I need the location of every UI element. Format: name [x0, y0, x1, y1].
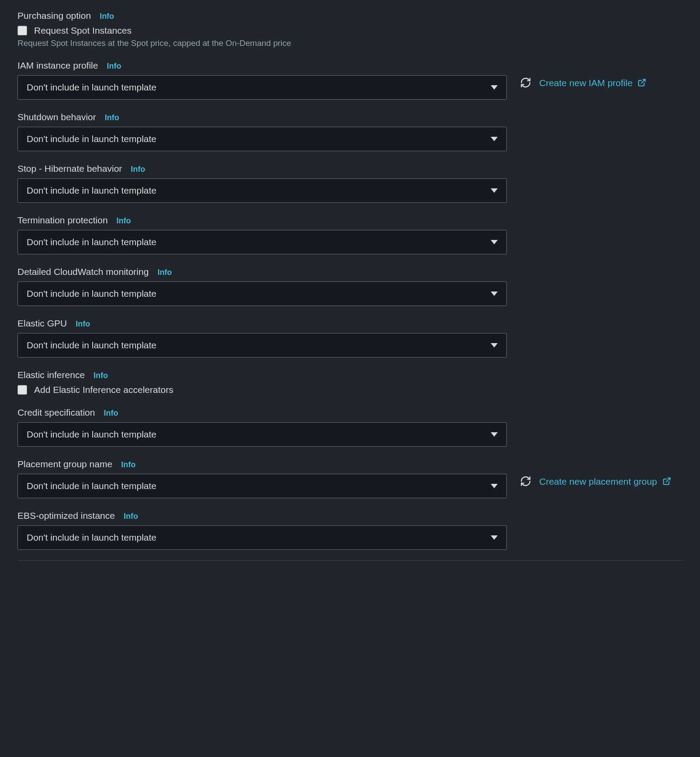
- stop-hibernate-select-value: Don't include in launch template: [27, 185, 156, 196]
- elastic-gpu-label: Elastic GPU: [17, 318, 67, 329]
- termination-protection-select-value: Don't include in launch template: [27, 237, 156, 247]
- elastic-gpu-select[interactable]: Don't include in launch template: [17, 333, 507, 358]
- purchasing-option-label: Purchasing option: [17, 10, 91, 21]
- create-iam-profile-link[interactable]: Create new IAM profile: [539, 77, 646, 90]
- stop-hibernate-info-link[interactable]: Info: [131, 165, 145, 174]
- credit-specification-select-value: Don't include in launch template: [27, 429, 156, 440]
- iam-profile-field: IAM instance profile Info Don't include …: [17, 60, 683, 100]
- shutdown-behavior-label: Shutdown behavior: [17, 112, 96, 122]
- placement-group-refresh-button[interactable]: [519, 476, 532, 489]
- chevron-down-icon: [491, 343, 498, 347]
- create-placement-group-link[interactable]: Create new placement group: [539, 476, 671, 489]
- create-placement-group-link-text: Create new placement group: [539, 476, 657, 486]
- stop-hibernate-field: Stop - Hibernate behavior Info Don't inc…: [17, 163, 683, 203]
- placement-group-field: Placement group name Info Don't include …: [17, 459, 683, 498]
- credit-specification-field: Credit specification Info Don't include …: [17, 407, 683, 447]
- credit-specification-label: Credit specification: [17, 407, 95, 418]
- elastic-inference-checkbox-label: Add Elastic Inference accelerators: [34, 385, 173, 395]
- cloudwatch-monitoring-info-link[interactable]: Info: [157, 268, 172, 277]
- chevron-down-icon: [491, 484, 498, 488]
- placement-group-label: Placement group name: [17, 459, 112, 469]
- iam-profile-refresh-button[interactable]: [519, 77, 532, 90]
- purchasing-option-field: Purchasing option Info Request Spot Inst…: [17, 10, 683, 48]
- ebs-optimized-info-link[interactable]: Info: [124, 512, 138, 521]
- external-link-icon: [662, 476, 671, 489]
- elastic-inference-checkbox[interactable]: [17, 385, 27, 395]
- elastic-inference-info-link[interactable]: Info: [94, 371, 108, 380]
- iam-profile-label: IAM instance profile: [17, 60, 98, 71]
- purchasing-option-info-link[interactable]: Info: [100, 12, 114, 21]
- chevron-down-icon: [491, 432, 498, 437]
- refresh-icon: [520, 77, 531, 90]
- elastic-gpu-info-link[interactable]: Info: [76, 319, 90, 329]
- shutdown-behavior-select-value: Don't include in launch template: [27, 134, 156, 144]
- purchasing-helper-text: Request Spot Instances at the Spot price…: [17, 38, 683, 48]
- placement-group-select[interactable]: Don't include in launch template: [17, 474, 507, 498]
- svg-line-1: [666, 478, 670, 482]
- ebs-optimized-label: EBS-optimized instance: [17, 510, 115, 521]
- termination-protection-label: Termination protection: [17, 215, 108, 226]
- refresh-icon: [520, 476, 531, 489]
- iam-profile-select[interactable]: Don't include in launch template: [17, 75, 507, 100]
- shutdown-behavior-info-link[interactable]: Info: [105, 113, 119, 122]
- cloudwatch-monitoring-label: Detailed CloudWatch monitoring: [17, 267, 149, 277]
- shutdown-behavior-select[interactable]: Don't include in launch template: [17, 127, 507, 151]
- svg-line-0: [641, 80, 645, 83]
- elastic-gpu-field: Elastic GPU Info Don't include in launch…: [17, 318, 683, 358]
- create-iam-profile-link-text: Create new IAM profile: [539, 78, 633, 88]
- placement-group-info-link[interactable]: Info: [121, 460, 135, 469]
- section-divider: [17, 560, 683, 561]
- elastic-inference-label: Elastic inference: [17, 370, 85, 380]
- request-spot-label: Request Spot Instances: [34, 25, 132, 36]
- iam-profile-select-value: Don't include in launch template: [27, 82, 156, 93]
- shutdown-behavior-field: Shutdown behavior Info Don't include in …: [17, 112, 683, 151]
- chevron-down-icon: [491, 137, 498, 141]
- stop-hibernate-select[interactable]: Don't include in launch template: [17, 178, 507, 203]
- cloudwatch-monitoring-select-value: Don't include in launch template: [27, 288, 156, 299]
- ebs-optimized-select[interactable]: Don't include in launch template: [17, 525, 507, 550]
- credit-specification-info-link[interactable]: Info: [104, 409, 118, 418]
- cloudwatch-monitoring-field: Detailed CloudWatch monitoring Info Don'…: [17, 267, 683, 306]
- termination-protection-field: Termination protection Info Don't includ…: [17, 215, 683, 254]
- ebs-optimized-select-value: Don't include in launch template: [27, 532, 156, 543]
- ebs-optimized-field: EBS-optimized instance Info Don't includ…: [17, 510, 683, 550]
- external-link-icon: [638, 78, 646, 90]
- request-spot-checkbox[interactable]: [17, 26, 27, 35]
- elastic-gpu-select-value: Don't include in launch template: [27, 340, 156, 351]
- placement-group-select-value: Don't include in launch template: [27, 481, 156, 491]
- termination-protection-info-link[interactable]: Info: [117, 216, 131, 226]
- chevron-down-icon: [491, 292, 498, 296]
- termination-protection-select[interactable]: Don't include in launch template: [17, 230, 507, 254]
- chevron-down-icon: [491, 240, 498, 244]
- cloudwatch-monitoring-select[interactable]: Don't include in launch template: [17, 281, 507, 306]
- elastic-inference-field: Elastic inference Info Add Elastic Infer…: [17, 370, 683, 395]
- iam-profile-info-link[interactable]: Info: [107, 62, 121, 71]
- chevron-down-icon: [491, 535, 498, 540]
- chevron-down-icon: [491, 188, 498, 193]
- credit-specification-select[interactable]: Don't include in launch template: [17, 422, 507, 447]
- chevron-down-icon: [491, 85, 498, 90]
- stop-hibernate-label: Stop - Hibernate behavior: [17, 163, 122, 174]
